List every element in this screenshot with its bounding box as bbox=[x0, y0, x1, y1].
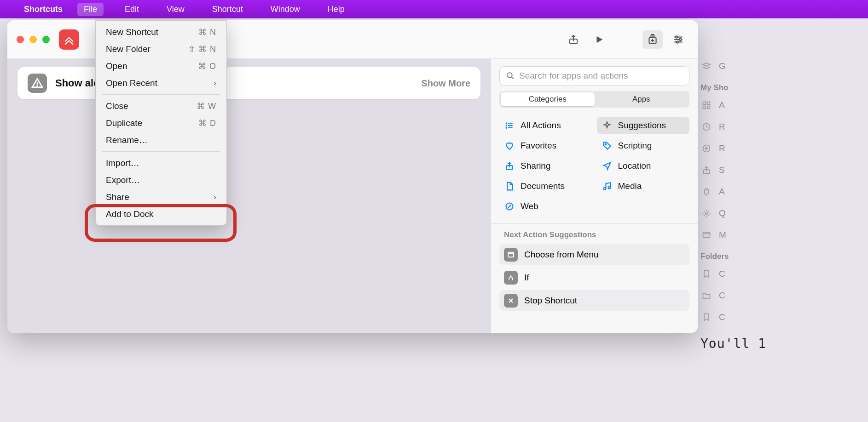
tag-icon bbox=[602, 141, 613, 150]
svg-rect-19 bbox=[707, 106, 710, 108]
segment-apps[interactable]: Apps bbox=[595, 92, 689, 106]
bg-row[interactable]: M bbox=[698, 224, 868, 245]
menu-open-recent[interactable]: Open Recent› bbox=[96, 74, 226, 91]
shortcuts-app-icon bbox=[59, 29, 79, 50]
bg-row[interactable]: Q bbox=[698, 202, 868, 224]
bg-row[interactable]: R bbox=[698, 137, 868, 159]
category-web[interactable]: Web bbox=[499, 198, 592, 215]
menubar-item-edit[interactable]: Edit bbox=[118, 3, 145, 16]
svg-point-9 bbox=[506, 127, 507, 128]
suggestion-stop-shortcut[interactable]: Stop Shortcut bbox=[499, 290, 689, 311]
category-media[interactable]: Media bbox=[597, 177, 690, 195]
menu-close[interactable]: Close⌘ W bbox=[96, 97, 226, 114]
svg-point-10 bbox=[605, 143, 606, 145]
bg-row[interactable]: G bbox=[698, 55, 868, 77]
menu-open[interactable]: Open⌘ O bbox=[96, 57, 226, 74]
menu-duplicate[interactable]: Duplicate⌘ D bbox=[96, 114, 226, 131]
menu-share[interactable]: Share› bbox=[96, 188, 226, 205]
x-icon bbox=[504, 294, 518, 308]
suggestion-if[interactable]: If bbox=[499, 267, 689, 288]
bg-header: My Sho bbox=[698, 77, 868, 94]
nav-icon bbox=[602, 161, 613, 171]
svg-point-6 bbox=[507, 73, 512, 78]
window-close-button[interactable] bbox=[17, 36, 24, 43]
window-minimize-button[interactable] bbox=[29, 36, 37, 43]
action-card-show-alert[interactable]: Show aler Show More bbox=[17, 67, 480, 99]
menu-add-to-dock[interactable]: Add to Dock bbox=[96, 205, 226, 222]
window-maximize-button[interactable] bbox=[42, 36, 50, 43]
folder-icon bbox=[700, 291, 712, 300]
bg-row[interactable]: C bbox=[698, 263, 868, 285]
file-menu-dropdown: New Shortcut⌘ N New Folder⇧ ⌘ N Open⌘ O … bbox=[95, 20, 227, 226]
menubar: Shortcuts File Edit View Shortcut Window… bbox=[0, 0, 868, 18]
library-toggle-button[interactable] bbox=[642, 30, 663, 49]
svg-point-12 bbox=[603, 188, 606, 190]
suggestion-choose-from-menu[interactable]: Choose from Menu bbox=[499, 244, 689, 265]
clock-icon bbox=[700, 122, 712, 131]
menubar-item-view[interactable]: View bbox=[160, 3, 191, 16]
category-location[interactable]: Location bbox=[597, 157, 690, 175]
svg-rect-23 bbox=[705, 189, 708, 194]
svg-point-5 bbox=[37, 86, 37, 86]
category-suggestions[interactable]: Suggestions bbox=[597, 117, 690, 134]
search-placeholder: Search for apps and actions bbox=[519, 71, 628, 81]
menu-export[interactable]: Export… bbox=[96, 171, 226, 188]
bg-text: You'll 1 bbox=[698, 328, 868, 351]
bg-row[interactable]: R bbox=[698, 116, 868, 137]
search-input[interactable]: Search for apps and actions bbox=[499, 66, 689, 86]
menu-separator bbox=[102, 94, 220, 95]
editor-canvas[interactable]: Show aler Show More bbox=[7, 59, 491, 333]
svg-point-3 bbox=[679, 38, 681, 40]
library-panel: Search for apps and actions Categories A… bbox=[491, 59, 698, 333]
window-icon bbox=[700, 230, 712, 240]
run-button[interactable] bbox=[589, 30, 609, 49]
suggestions-header: Next Action Suggestions bbox=[491, 230, 698, 244]
heart-icon bbox=[504, 141, 515, 150]
bg-header: Folders bbox=[698, 245, 868, 263]
share-icon bbox=[504, 161, 515, 171]
show-more-button[interactable]: Show More bbox=[421, 78, 470, 89]
svg-point-13 bbox=[608, 187, 610, 189]
menubar-item-shortcut[interactable]: Shortcut bbox=[206, 3, 249, 16]
menubar-item-window[interactable]: Window bbox=[264, 3, 307, 16]
menu-import[interactable]: Import… bbox=[96, 154, 226, 171]
segment-categories[interactable]: Categories bbox=[501, 92, 595, 106]
share-button[interactable] bbox=[563, 30, 584, 49]
svg-point-4 bbox=[677, 41, 678, 43]
menubar-item-help[interactable]: Help bbox=[321, 3, 351, 16]
branch-icon bbox=[504, 271, 518, 285]
watch-icon bbox=[700, 187, 712, 196]
bg-row[interactable]: C bbox=[698, 285, 868, 306]
category-all-actions[interactable]: All Actions bbox=[499, 117, 592, 134]
share-icon bbox=[700, 165, 712, 175]
menu-new-folder[interactable]: New Folder⇧ ⌘ N bbox=[96, 40, 226, 57]
bookmark-icon bbox=[700, 313, 712, 322]
menu-new-shortcut[interactable]: New Shortcut⌘ N bbox=[96, 23, 226, 40]
category-sharing[interactable]: Sharing bbox=[499, 157, 592, 175]
menubar-item-file[interactable]: File bbox=[77, 3, 104, 16]
svg-point-24 bbox=[706, 212, 708, 214]
category-scripting[interactable]: Scripting bbox=[597, 137, 690, 154]
play-circle-icon bbox=[700, 144, 712, 153]
svg-rect-25 bbox=[703, 232, 710, 238]
suggestions-list: Choose from Menu If Stop Shortcut bbox=[491, 244, 698, 313]
bg-row[interactable]: A bbox=[698, 94, 868, 116]
bg-row[interactable]: C bbox=[698, 306, 868, 328]
background-sidebar: G My Sho A R R S A Q M Folders C C C You… bbox=[698, 55, 868, 351]
chevron-right-icon: › bbox=[214, 193, 216, 202]
traffic-lights bbox=[17, 36, 50, 43]
bg-row[interactable]: S bbox=[698, 159, 868, 181]
category-grid: All Actions Suggestions Favorites Script… bbox=[491, 114, 698, 223]
category-favorites[interactable]: Favorites bbox=[499, 137, 592, 154]
grid-icon bbox=[700, 101, 712, 110]
bookmark-icon bbox=[700, 269, 712, 279]
safari-icon bbox=[504, 202, 515, 211]
settings-toggle-button[interactable] bbox=[668, 30, 689, 49]
category-documents[interactable]: Documents bbox=[499, 177, 592, 195]
bg-row[interactable]: A bbox=[698, 181, 868, 202]
menu-icon bbox=[504, 248, 518, 262]
music-note-icon bbox=[602, 182, 613, 191]
gear-icon bbox=[700, 209, 712, 218]
menubar-app-name[interactable]: Shortcuts bbox=[24, 5, 63, 14]
menu-rename[interactable]: Rename… bbox=[96, 131, 226, 148]
